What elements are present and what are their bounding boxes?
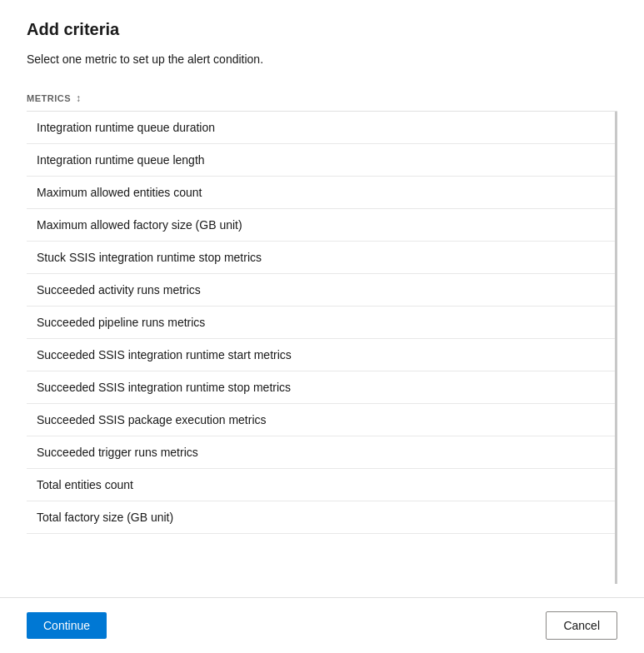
cancel-button[interactable]: Cancel: [546, 611, 617, 640]
metric-item[interactable]: Integration runtime queue length: [27, 144, 615, 177]
metric-item[interactable]: Succeeded SSIS integration runtime start…: [27, 339, 615, 371]
metric-item[interactable]: Maximum allowed entities count: [27, 177, 615, 209]
metric-item[interactable]: Succeeded activity runs metrics: [27, 274, 615, 307]
sort-icon[interactable]: ↕: [76, 92, 81, 104]
metric-item[interactable]: Succeeded trigger runs metrics: [27, 436, 615, 469]
dialog-subtitle: Select one metric to set up the alert co…: [27, 52, 617, 66]
metric-item[interactable]: Stuck SSIS integration runtime stop metr…: [27, 242, 615, 274]
metrics-label: METRICS: [27, 93, 71, 103]
continue-button[interactable]: Continue: [27, 612, 107, 639]
metric-item[interactable]: Succeeded pipeline runs metrics: [27, 307, 615, 339]
metric-item[interactable]: Total factory size (GB unit): [27, 501, 615, 534]
dialog-footer: Continue Cancel: [0, 597, 644, 653]
metric-item[interactable]: Succeeded SSIS integration runtime stop …: [27, 371, 615, 404]
add-criteria-dialog: Add criteria Select one metric to set up…: [0, 0, 644, 653]
metric-item[interactable]: Succeeded SSIS package execution metrics: [27, 404, 615, 436]
metrics-header: METRICS ↕: [27, 86, 617, 112]
metric-item[interactable]: Maximum allowed factory size (GB unit): [27, 209, 615, 242]
metric-item[interactable]: Total entities count: [27, 469, 615, 501]
metric-item[interactable]: Integration runtime queue duration: [27, 112, 615, 144]
dialog-title: Add criteria: [27, 20, 617, 39]
metrics-list: Integration runtime queue durationIntegr…: [27, 112, 617, 584]
dialog-content: Add criteria Select one metric to set up…: [0, 0, 644, 597]
